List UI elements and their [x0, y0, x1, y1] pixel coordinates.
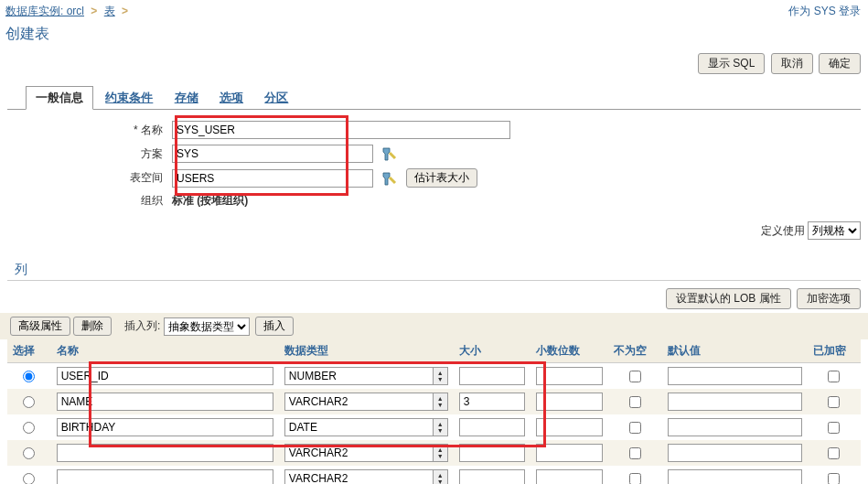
encrypt-options-button[interactable]: 加密选项 — [797, 288, 861, 309]
breadcrumb-tables-link[interactable]: 表 — [104, 5, 115, 17]
show-sql-button[interactable]: 显示 SQL — [698, 53, 765, 74]
col-default-input[interactable] — [668, 393, 802, 411]
tab-constraints[interactable]: 约束条件 — [96, 87, 162, 109]
col-size-input[interactable] — [459, 367, 526, 385]
set-default-lob-button[interactable]: 设置默认的 LOB 属性 — [666, 288, 791, 309]
th-encrypted: 已加密 — [808, 339, 861, 363]
insert-col-label: 插入列: — [124, 318, 160, 334]
col-encrypted-checkbox[interactable] — [828, 422, 840, 434]
row-select-radio[interactable] — [23, 447, 35, 459]
insert-col-type-select[interactable]: 抽象数据类型 — [164, 317, 250, 336]
org-label: 组织 — [7, 193, 172, 209]
col-encrypted-checkbox[interactable] — [828, 371, 840, 382]
define-using-select[interactable]: 列规格 — [808, 221, 861, 240]
col-size-input[interactable] — [459, 418, 526, 436]
breadcrumb-db-link[interactable]: 数据库实例: orcl — [5, 5, 84, 17]
page-title: 创建表 — [0, 23, 868, 46]
columns-section-title: 列 — [7, 256, 861, 281]
col-datatype-input[interactable] — [284, 418, 434, 436]
col-encrypted-checkbox[interactable] — [828, 396, 840, 408]
col-size-input[interactable] — [459, 469, 526, 484]
tabs: 一般信息 约束条件 存储 选项 分区 — [7, 85, 861, 110]
th-name: 名称 — [51, 339, 279, 363]
schema-label: 方案 — [7, 146, 172, 162]
col-size-input[interactable] — [459, 393, 526, 411]
col-name-input[interactable] — [57, 393, 273, 411]
col-name-input[interactable] — [57, 367, 273, 385]
row-select-radio[interactable] — [23, 473, 35, 485]
datatype-spinner-icon[interactable]: ▲▼ — [434, 393, 448, 411]
confirm-button[interactable]: 确定 — [819, 53, 861, 74]
th-datatype: 数据类型 — [279, 339, 454, 363]
th-default: 默认值 — [662, 339, 808, 363]
datatype-spinner-icon[interactable]: ▲▼ — [434, 418, 448, 436]
col-datatype-input[interactable] — [284, 444, 434, 462]
col-datatype-input[interactable] — [284, 469, 434, 484]
name-input[interactable] — [172, 121, 510, 139]
row-select-radio[interactable] — [23, 396, 35, 408]
col-notnull-checkbox[interactable] — [629, 473, 641, 485]
datatype-spinner-icon[interactable]: ▲▼ — [434, 444, 448, 462]
col-notnull-checkbox[interactable] — [629, 371, 641, 382]
define-using-label: 定义使用 — [761, 224, 805, 237]
row-select-radio[interactable] — [23, 371, 35, 382]
breadcrumb-sep-icon: > — [118, 5, 132, 17]
col-name-input[interactable] — [57, 444, 273, 462]
columns-table: 选择 名称 数据类型 大小 小数位数 不为空 默认值 已加密 ▲▼▲▼▲▼▲▼▲… — [7, 339, 861, 484]
col-notnull-checkbox[interactable] — [629, 422, 641, 434]
datatype-spinner-icon[interactable]: ▲▼ — [434, 367, 448, 385]
col-default-input[interactable] — [668, 444, 802, 462]
tab-options[interactable]: 选项 — [210, 87, 252, 109]
name-label: * 名称 — [7, 123, 172, 138]
breadcrumb-sep-icon: > — [87, 5, 101, 17]
th-size: 大小 — [454, 339, 531, 363]
col-default-input[interactable] — [668, 418, 802, 436]
flashlight-icon[interactable] — [380, 170, 397, 187]
tab-storage[interactable]: 存储 — [166, 87, 208, 109]
delete-button[interactable]: 删除 — [73, 317, 112, 336]
tab-partitions[interactable]: 分区 — [255, 87, 297, 109]
col-size-input[interactable] — [459, 444, 526, 462]
schema-input[interactable] — [172, 145, 373, 163]
col-scale-input[interactable] — [536, 367, 603, 385]
flashlight-icon[interactable] — [380, 145, 397, 162]
col-scale-input[interactable] — [536, 418, 603, 436]
col-scale-input[interactable] — [536, 393, 603, 411]
datatype-spinner-icon[interactable]: ▲▼ — [434, 469, 448, 484]
col-scale-input[interactable] — [536, 444, 603, 462]
col-scale-input[interactable] — [536, 469, 603, 484]
breadcrumb: 数据库实例: orcl > 表 > — [0, 0, 137, 23]
col-name-input[interactable] — [57, 469, 273, 484]
col-default-input[interactable] — [668, 469, 802, 484]
org-value: 标准 (按堆组织) — [172, 193, 248, 209]
table-row: ▲▼ — [7, 363, 861, 390]
estimate-size-button[interactable]: 估计表大小 — [406, 168, 477, 188]
insert-button[interactable]: 插入 — [255, 317, 294, 336]
table-row: ▲▼ — [7, 440, 861, 466]
table-row: ▲▼ — [7, 389, 861, 414]
col-datatype-input[interactable] — [284, 367, 434, 385]
th-notnull: 不为空 — [608, 339, 661, 363]
col-datatype-input[interactable] — [284, 393, 434, 411]
table-row: ▲▼ — [7, 466, 861, 484]
login-as-text: 作为 SYS 登录 — [781, 0, 868, 23]
col-encrypted-checkbox[interactable] — [828, 447, 840, 459]
col-notnull-checkbox[interactable] — [629, 447, 641, 459]
col-name-input[interactable] — [57, 418, 273, 436]
col-notnull-checkbox[interactable] — [629, 396, 641, 408]
tablespace-label: 表空间 — [7, 170, 172, 186]
tab-general[interactable]: 一般信息 — [26, 86, 93, 110]
col-encrypted-checkbox[interactable] — [828, 473, 840, 485]
th-scale: 小数位数 — [530, 339, 608, 363]
tablespace-input[interactable] — [172, 169, 373, 188]
col-default-input[interactable] — [668, 367, 802, 385]
row-select-radio[interactable] — [23, 422, 35, 434]
cancel-button[interactable]: 取消 — [771, 53, 813, 74]
table-row: ▲▼ — [7, 414, 861, 440]
th-select: 选择 — [7, 339, 51, 363]
advanced-props-button[interactable]: 高级属性 — [10, 317, 70, 336]
